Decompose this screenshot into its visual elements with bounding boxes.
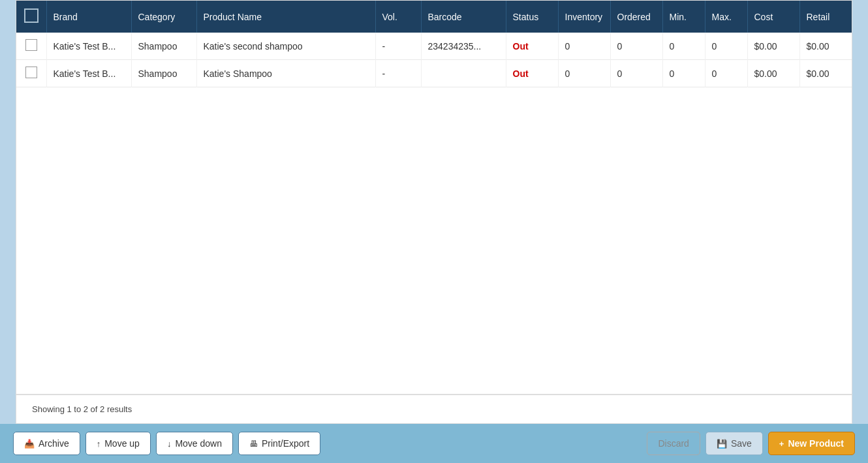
col-header-brand: Brand <box>46 1 131 33</box>
bottom-toolbar: 📥 Archive ↑ Move up ↓ Move down 🖶 Print/… <box>0 424 868 463</box>
archive-button[interactable]: 📥 Archive <box>13 432 80 455</box>
row-0-ordered: 0 <box>610 33 662 60</box>
row-1-cost: $0.00 <box>747 60 799 87</box>
print-icon: 🖶 <box>249 439 258 449</box>
col-header-barcode: Barcode <box>421 1 506 33</box>
showing-results-text: Showing 1 to 2 of 2 results <box>16 395 852 424</box>
row-1-category: Shampoo <box>131 60 196 87</box>
row-0-checkbox-cell <box>16 33 46 60</box>
move-up-label: Move up <box>104 438 140 449</box>
row-0-vol: - <box>375 33 421 60</box>
archive-label: Archive <box>39 438 69 449</box>
header-checkbox-cell <box>16 1 46 33</box>
main-content: Brand Category Product Name Vol. Barcode… <box>0 0 868 424</box>
row-1-barcode <box>421 60 506 87</box>
products-table: Brand Category Product Name Vol. Barcode… <box>16 1 852 87</box>
row-1-retail: $0.00 <box>799 60 852 87</box>
row-0-barcode: 234234235... <box>421 33 506 60</box>
col-header-status: Status <box>506 1 558 33</box>
row-1-max: 0 <box>705 60 747 87</box>
col-header-vol: Vol. <box>375 1 421 33</box>
table-wrapper: Brand Category Product Name Vol. Barcode… <box>16 0 852 395</box>
row-1-ordered: 0 <box>610 60 662 87</box>
col-header-retail: Retail <box>799 1 852 33</box>
save-icon: 💾 <box>717 439 727 449</box>
new-product-button[interactable]: + New Product <box>768 432 855 455</box>
row-1-checkbox[interactable] <box>25 67 37 78</box>
save-button[interactable]: 💾 Save <box>705 432 763 455</box>
print-export-button[interactable]: 🖶 Print/Export <box>238 432 320 455</box>
row-1-vol: - <box>375 60 421 87</box>
save-label: Save <box>731 438 752 449</box>
row-1-product_name: Katie's Shampoo <box>196 60 375 87</box>
table-body: Katie's Test B...ShampooKatie's second s… <box>16 33 852 87</box>
move-up-icon: ↑ <box>97 439 101 449</box>
table-header-row: Brand Category Product Name Vol. Barcode… <box>16 1 852 33</box>
row-0-category: Shampoo <box>131 33 196 60</box>
row-1-brand: Katie's Test B... <box>46 60 131 87</box>
col-header-max: Max. <box>705 1 747 33</box>
select-all-checkbox[interactable] <box>24 8 39 23</box>
move-down-button[interactable]: ↓ Move down <box>156 432 233 455</box>
row-0-max: 0 <box>705 33 747 60</box>
row-0-checkbox[interactable] <box>25 39 37 51</box>
move-down-icon: ↓ <box>167 439 172 449</box>
print-export-label: Print/Export <box>262 438 309 449</box>
col-header-product-name: Product Name <box>196 1 375 33</box>
discard-button[interactable]: Discard <box>647 432 700 455</box>
row-0-min: 0 <box>662 33 705 60</box>
col-header-ordered: Ordered <box>610 1 662 33</box>
discard-label: Discard <box>658 438 689 449</box>
row-0-inventory: 0 <box>558 33 610 60</box>
move-up-button[interactable]: ↑ Move up <box>85 432 151 455</box>
row-0-cost: $0.00 <box>747 33 799 60</box>
row-1-checkbox-cell <box>16 60 46 87</box>
row-0-status: Out <box>506 33 558 60</box>
col-header-min: Min. <box>662 1 705 33</box>
col-header-inventory: Inventory <box>558 1 610 33</box>
archive-icon: 📥 <box>24 439 35 449</box>
row-0-retail: $0.00 <box>799 33 852 60</box>
status-out-badge: Out <box>513 41 529 52</box>
row-1-status: Out <box>506 60 558 87</box>
row-0-brand: Katie's Test B... <box>46 33 131 60</box>
plus-icon: + <box>779 439 784 449</box>
row-0-product_name: Katie's second shampoo <box>196 33 375 60</box>
col-header-category: Category <box>131 1 196 33</box>
table-row: Katie's Test B...ShampooKatie's Shampoo-… <box>16 60 852 87</box>
move-down-label: Move down <box>175 438 222 449</box>
col-header-cost: Cost <box>747 1 799 33</box>
table-row: Katie's Test B...ShampooKatie's second s… <box>16 33 852 60</box>
row-1-inventory: 0 <box>558 60 610 87</box>
status-out-badge: Out <box>513 68 529 79</box>
row-1-min: 0 <box>662 60 705 87</box>
new-product-label: New Product <box>788 438 844 449</box>
